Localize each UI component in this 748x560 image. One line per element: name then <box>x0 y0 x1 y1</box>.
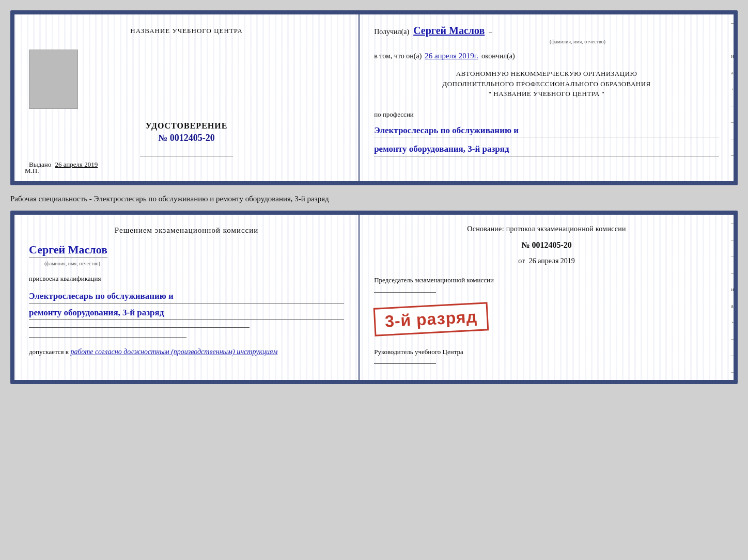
dopuskaetsya-prefix: допускается к <box>29 348 69 356</box>
org-block: АВТОНОМНУЮ НЕКОММЕРЧЕСКУЮ ОРГАНИЗАЦИЮ ДО… <box>374 69 719 99</box>
date-value: 26 апреля 2019г. <box>425 52 478 60</box>
doc2-side-marks: – – – – и а, ← – – – – <box>731 220 737 384</box>
mp-label: М.П. <box>25 167 39 175</box>
cert-number: № 0012405-20 <box>158 133 215 143</box>
photo-placeholder <box>29 50 78 109</box>
komissia-title: Решением экзаменационной комиссии <box>29 225 344 236</box>
stamp-text: 3-й разряд <box>384 308 477 331</box>
osnova-text: Основание: протокол экзаменационной коми… <box>374 225 719 233</box>
received-block: Получил(а) Сергей Маслов – <box>374 25 719 37</box>
profession-line2: ремонту оборудования, 3-й разряд <box>374 142 719 156</box>
profession-label: по профессии <box>374 110 719 119</box>
doc2-fio-sub: (фамилия, имя, отчество) <box>44 261 100 266</box>
date-prefix: в том, что он(а) <box>374 52 422 60</box>
date-block: в том, что он(а) 26 апреля 2019г. окончи… <box>374 52 719 60</box>
org-line3: " НАЗВАНИЕ УЧЕБНОГО ЦЕНТРА " <box>374 89 719 99</box>
qual-line2: ремонту оборудования, 3-й разряд <box>29 306 344 320</box>
profession-line1: Электрослесарь по обслуживанию и <box>374 124 719 138</box>
doc2-left-panel: Решением экзаменационной комиссии Сергей… <box>14 215 360 380</box>
qual-line1: Электрослесарь по обслуживанию и <box>29 289 344 303</box>
org-title-left: НАЗВАНИЕ УЧЕБНОГО ЦЕНТРА <box>130 27 242 35</box>
side-marks: – – и а, ← – – – – <box>731 20 737 158</box>
qualification-block: Электрослесарь по обслуживанию и ремонту… <box>29 287 344 320</box>
document-card-1: НАЗВАНИЕ УЧЕБНОГО ЦЕНТРА УДОСТОВЕРЕНИЕ №… <box>10 10 738 185</box>
cert-label: УДОСТОВЕРЕНИЕ <box>146 121 228 131</box>
dopuskaetsya-block: допускается к работе согласно должностны… <box>29 348 344 356</box>
issue-date: 26 апреля 2019 <box>55 161 98 168</box>
rukovoditel-label: Руководитель учебного Центра <box>374 348 719 356</box>
received-prefix: Получил(а) <box>374 28 409 36</box>
doc2-right-panel: Основание: протокол экзаменационной коми… <box>360 215 734 380</box>
date-suffix: окончил(а) <box>481 52 515 60</box>
page-wrapper: НАЗВАНИЕ УЧЕБНОГО ЦЕНТРА УДОСТОВЕРЕНИЕ №… <box>10 10 738 384</box>
doc2-name: Сергей Маслов <box>29 243 107 258</box>
fio-sub-right: (фамилия, имя, отчество) <box>374 40 719 44</box>
doc1-right-panel: Получил(а) Сергей Маслов – (фамилия, имя… <box>360 14 734 181</box>
proto-number: № 0012405-20 <box>374 241 719 250</box>
proto-date-prefix: от <box>518 257 525 265</box>
stamp-box: 3-й разряд <box>373 302 489 336</box>
doc1-left-panel: НАЗВАНИЕ УЧЕБНОГО ЦЕНТРА УДОСТОВЕРЕНИЕ №… <box>14 14 360 181</box>
document-card-2: Решением экзаменационной комиссии Сергей… <box>10 211 738 384</box>
signature-line <box>374 363 436 364</box>
dopuskaetsya-text: работе согласно должностным (производств… <box>70 348 277 356</box>
fio-sub-text: (фамилия, имя, отчество) <box>436 39 719 44</box>
prisvoena-label: присвоена квалификация <box>29 275 344 283</box>
org-line1: АВТОНОМНУЮ НЕКОММЕРЧЕСКУЮ ОРГАНИЗАЦИЮ <box>374 69 719 79</box>
recipient-name: Сергей Маслов <box>413 25 485 37</box>
name-block: Сергей Маслов (фамилия, имя, отчество) <box>29 243 344 267</box>
between-label: Рабочая специальность - Электрослесарь п… <box>10 191 738 204</box>
issue-line: Выдано 26 апреля 2019 <box>29 161 98 169</box>
org-line2: ДОПОЛНИТЕЛЬНОГО ПРОФЕССИОНАЛЬНОГО ОБРАЗО… <box>374 79 719 89</box>
predsedatel-label: Председатель экзаменационной комиссии <box>374 276 719 285</box>
proto-date-block: от 26 апреля 2019 <box>374 257 719 265</box>
proto-date: 26 апреля 2019 <box>529 257 575 265</box>
